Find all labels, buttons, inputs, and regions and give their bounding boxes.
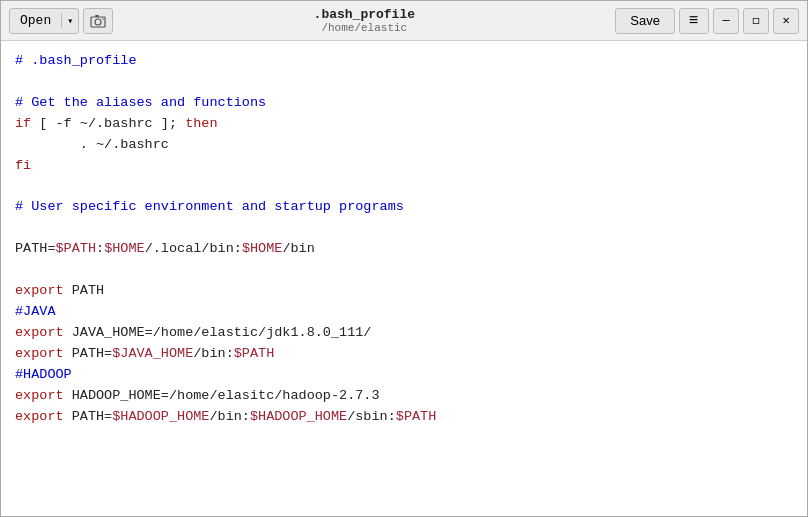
titlebar-right: Save ≡ — ◻ ✕ (615, 8, 799, 34)
svg-point-3 (102, 18, 104, 20)
editor-line: # User specific environment and startup … (15, 197, 793, 218)
editor-line (15, 218, 793, 239)
titlebar-left: Open ▾ (9, 8, 113, 34)
editor-line: export PATH=$HADOOP_HOME/bin:$HADOOP_HOM… (15, 407, 793, 428)
open-button-label[interactable]: Open (10, 13, 62, 28)
editor-line (15, 177, 793, 198)
file-name: .bash_profile (113, 7, 615, 22)
screenshot-icon-button[interactable] (83, 8, 113, 34)
minimize-button[interactable]: — (713, 8, 739, 34)
hamburger-icon: ≡ (689, 12, 700, 30)
open-button[interactable]: Open ▾ (9, 8, 79, 34)
editor-line: export HADOOP_HOME=/home/elasitc/hadoop-… (15, 386, 793, 407)
maximize-button[interactable]: ◻ (743, 8, 769, 34)
editor-line: fi (15, 156, 793, 177)
editor-line: PATH=$PATH:$HOME/.local/bin:$HOME/bin (15, 239, 793, 260)
editor-line (15, 72, 793, 93)
close-button[interactable]: ✕ (773, 8, 799, 34)
svg-point-1 (95, 19, 101, 25)
file-path: /home/elastic (113, 22, 615, 34)
editor-line: export PATH=$JAVA_HOME/bin:$PATH (15, 344, 793, 365)
open-dropdown-arrow[interactable]: ▾ (62, 15, 78, 27)
camera-icon (90, 14, 106, 28)
editor-line: # Get the aliases and functions (15, 93, 793, 114)
titlebar-center: .bash_profile /home/elastic (113, 7, 615, 34)
titlebar: Open ▾ .bash_profile /home/elastic Save … (1, 1, 807, 41)
editor-line (15, 260, 793, 281)
editor-line: #HADOOP (15, 365, 793, 386)
editor-line: #JAVA (15, 302, 793, 323)
editor-line: if [ -f ~/.bashrc ]; then (15, 114, 793, 135)
editor-area[interactable]: # .bash_profile # Get the aliases and fu… (1, 41, 807, 517)
editor-line: . ~/.bashrc (15, 135, 793, 156)
menu-button[interactable]: ≡ (679, 8, 709, 34)
editor-line: export PATH (15, 281, 793, 302)
save-button[interactable]: Save (615, 8, 675, 34)
editor-line: # .bash_profile (15, 51, 793, 72)
svg-rect-2 (95, 15, 99, 17)
editor-line: export JAVA_HOME=/home/elastic/jdk1.8.0_… (15, 323, 793, 344)
